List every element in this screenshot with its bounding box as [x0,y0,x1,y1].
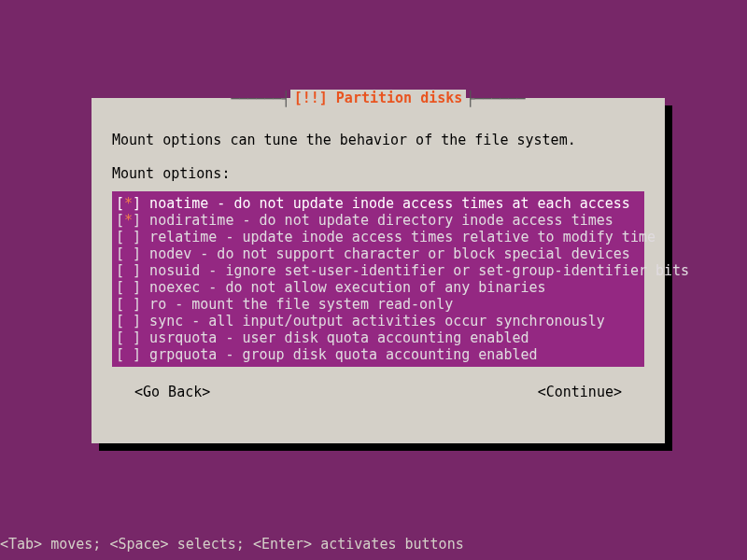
mount-options-list: [*] noatime - do not update inode access… [112,191,644,367]
mount-option-noexec[interactable]: [ ] noexec - do not allow execution of a… [112,279,644,296]
checkbox-mark [124,279,133,296]
help-bar: <Tab> moves; <Space> selects; <Enter> ac… [0,536,464,553]
mount-option-relatime[interactable]: [ ] relatime - update inode access times… [112,229,644,245]
dialog-description: Mount options can tune the behavior of t… [112,132,644,148]
checkbox-mark [124,262,133,279]
checkbox-mark: * [124,212,133,229]
mount-option-grpquota[interactable]: [ ] grpquota - group disk quota accounti… [112,346,644,363]
mount-option-sync[interactable]: [ ] sync - all input/output activities o… [112,313,644,329]
checkbox-mark [124,229,133,245]
dialog-prompt: Mount options: [112,165,644,182]
title-border-left: ──────┤ [231,91,289,107]
checkbox-mark [124,313,133,329]
checkbox-mark [124,245,133,262]
continue-button[interactable]: <Continue> [538,384,622,400]
partition-dialog: ──────┤ [!!] Partition disks ├────── Mou… [92,98,665,443]
mount-option-nodiratime[interactable]: [*] nodiratime - do not update directory… [112,212,644,229]
dialog-button-row: <Go Back> <Continue> [112,384,644,400]
mount-option-nodev[interactable]: [ ] nodev - do not support character or … [112,245,644,262]
mount-option-ro[interactable]: [ ] ro - mount the file system read-only [112,296,644,313]
mount-option-noatime[interactable]: [*] noatime - do not update inode access… [112,195,644,212]
checkbox-mark [124,296,133,313]
title-border-right: ├────── [466,91,525,107]
mount-option-usrquota[interactable]: [ ] usrquota - user disk quota accountin… [112,329,644,346]
checkbox-mark: * [124,195,133,212]
checkbox-mark [124,346,133,363]
mount-option-nosuid[interactable]: [ ] nosuid - ignore set-user-identifier … [112,262,644,279]
dialog-title-row: ──────┤ [!!] Partition disks ├────── [92,90,665,107]
go-back-button[interactable]: <Go Back> [134,384,210,400]
checkbox-mark [124,329,133,346]
dialog-title: [!!] Partition disks [290,90,467,106]
